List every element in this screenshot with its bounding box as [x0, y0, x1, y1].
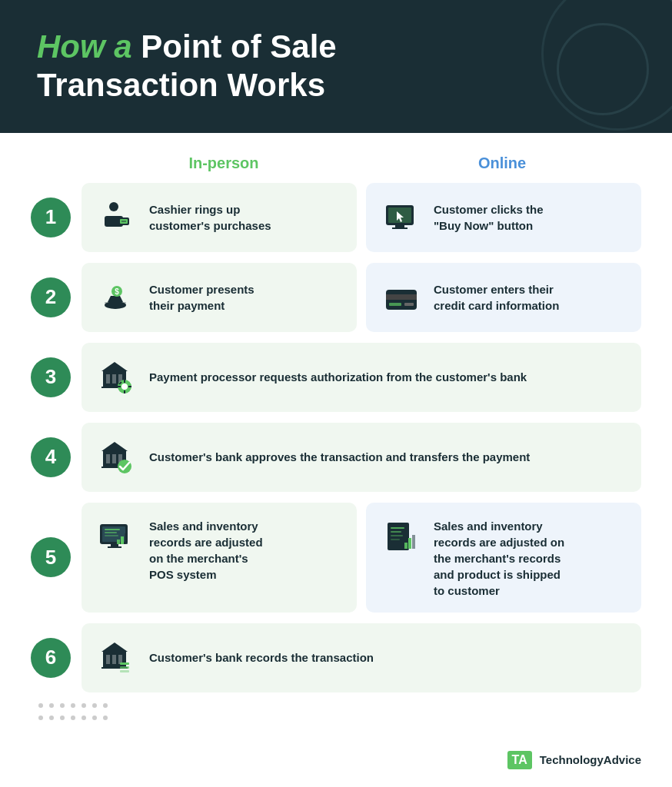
- svg-rect-48: [391, 527, 404, 529]
- dot: [92, 703, 97, 708]
- svg-rect-8: [392, 227, 408, 229]
- dot: [103, 703, 108, 708]
- step-4-text: Customer's bank approves the transaction…: [149, 449, 530, 465]
- step-5-online-card: Sales and inventoryrecords are adjusted …: [366, 503, 641, 613]
- step-badge-1: 1: [31, 198, 71, 237]
- step-2-inperson-text: Customer presentstheir payment: [149, 281, 254, 314]
- dot: [71, 716, 75, 720]
- step-badge-6: 6: [31, 638, 71, 678]
- online-header: Online: [363, 154, 641, 172]
- svg-rect-50: [391, 535, 403, 536]
- dot: [60, 716, 65, 720]
- step-6-card: Customer's bank records the transaction: [82, 623, 641, 692]
- dot: [60, 703, 65, 708]
- step-2-online-text: Customer enters theircredit card informa…: [434, 281, 559, 314]
- footer: TA TechnologyAdvice: [0, 743, 672, 777]
- svg-point-24: [121, 384, 128, 390]
- svg-rect-41: [105, 535, 118, 536]
- svg-rect-14: [386, 294, 417, 300]
- inperson-header: In-person: [85, 154, 363, 172]
- credit-card-icon: [381, 277, 421, 317]
- header: How a Point of SaleTransaction Works: [0, 0, 672, 133]
- dot: [103, 716, 108, 720]
- svg-rect-57: [106, 655, 110, 664]
- content: In-person Online 1 Cashier rings upcusto…: [0, 133, 672, 743]
- svg-rect-44: [117, 540, 120, 544]
- step-5-cards: Sales and inventoryrecords are adjustedo…: [82, 503, 641, 613]
- step-4-card: Customer's bank approves the transaction…: [82, 423, 641, 492]
- step-row-3: 3: [31, 343, 641, 412]
- dot: [71, 703, 75, 708]
- step-row-5: 5: [31, 503, 641, 613]
- svg-rect-46: [125, 533, 128, 544]
- svg-rect-39: [105, 529, 120, 530]
- svg-point-0: [109, 202, 118, 211]
- svg-rect-15: [389, 303, 401, 306]
- brand-logo-icon: TA: [507, 751, 532, 769]
- header-decor2: [557, 23, 649, 115]
- step-3-text: Payment processor requests authorization…: [149, 369, 527, 385]
- dot: [92, 716, 97, 720]
- svg-rect-52: [404, 543, 408, 549]
- pos-ship-icon: [381, 518, 421, 558]
- cashier-icon: [97, 198, 137, 237]
- step-2-inperson-card: $ Customer presentstheir payment: [82, 263, 357, 332]
- svg-rect-7: [395, 225, 404, 227]
- svg-rect-32: [106, 454, 110, 463]
- svg-rect-49: [391, 531, 401, 533]
- dot: [38, 716, 43, 720]
- dots-row-2: [38, 716, 641, 720]
- svg-rect-54: [412, 535, 415, 549]
- pos-system-icon: [97, 518, 137, 558]
- svg-rect-61: [120, 662, 129, 665]
- step-2-cards: $ Customer presentstheir payment Custome…: [82, 263, 641, 332]
- step-1-inperson-card: Cashier rings upcustomer's purchases: [82, 183, 357, 252]
- cursor-icon: [381, 198, 421, 237]
- payment-hand-icon: $: [97, 277, 137, 317]
- svg-rect-58: [112, 655, 116, 664]
- step-1-inperson-text: Cashier rings upcustomer's purchases: [149, 201, 271, 234]
- step-row-4: 4 Customer: [31, 423, 641, 492]
- svg-rect-25: [124, 380, 125, 383]
- svg-rect-28: [128, 386, 131, 387]
- svg-rect-33: [112, 454, 116, 463]
- svg-rect-16: [404, 303, 414, 306]
- step-row-1: 1 Cashier rings upcustomer's purchases: [31, 183, 641, 252]
- svg-rect-53: [408, 538, 411, 549]
- step-badge-5: 5: [31, 537, 71, 577]
- svg-rect-26: [124, 390, 125, 394]
- step-3-card: Payment processor requests authorization…: [82, 343, 641, 412]
- dot: [49, 703, 54, 708]
- svg-rect-45: [121, 536, 124, 544]
- dot: [38, 703, 43, 708]
- step-5-online-text: Sales and inventoryrecords are adjusted …: [434, 518, 564, 599]
- svg-marker-56: [101, 643, 128, 652]
- svg-text:$: $: [115, 287, 119, 296]
- step-1-cards: Cashier rings upcustomer's purchases Cus…: [82, 183, 641, 252]
- dot: [49, 716, 54, 720]
- brand-name: TechnologyAdvice: [540, 753, 641, 766]
- svg-rect-19: [106, 374, 110, 384]
- step-badge-4: 4: [31, 437, 71, 477]
- svg-rect-63: [120, 670, 129, 672]
- svg-marker-18: [101, 362, 128, 371]
- step-5-inperson-text: Sales and inventoryrecords are adjustedo…: [149, 518, 263, 583]
- bank-records-icon: [97, 638, 137, 678]
- svg-rect-62: [120, 666, 129, 669]
- step-1-online-text: Customer clicks the"Buy Now" button: [434, 201, 544, 234]
- step-6-cards: Customer's bank records the transaction: [82, 623, 641, 692]
- step-4-cards: Customer's bank approves the transaction…: [82, 423, 641, 492]
- svg-rect-20: [112, 374, 116, 384]
- step-row-2: 2 $ Customer presentstheir payment: [31, 263, 641, 332]
- svg-rect-43: [108, 546, 121, 548]
- step-2-online-card: Customer enters theircredit card informa…: [366, 263, 641, 332]
- column-headers: In-person Online: [85, 154, 641, 172]
- step-badge-3: 3: [31, 357, 71, 397]
- dot: [82, 716, 86, 720]
- svg-rect-42: [111, 544, 118, 546]
- step-6-text: Customer's bank records the transaction: [149, 649, 374, 666]
- svg-marker-31: [101, 442, 128, 451]
- step-1-online-card: Customer clicks the"Buy Now" button: [366, 183, 641, 252]
- svg-rect-40: [105, 532, 117, 533]
- svg-rect-27: [118, 386, 121, 387]
